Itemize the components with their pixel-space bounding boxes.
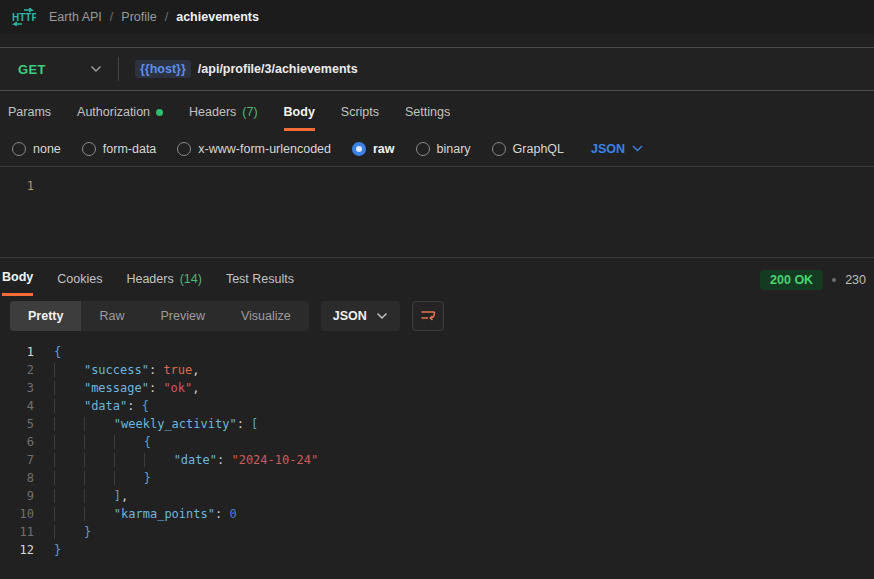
view-raw[interactable]: Raw [81, 301, 142, 331]
line-number: 12 [0, 541, 34, 559]
code-line[interactable]: 9 ], [0, 487, 874, 505]
view-visualize[interactable]: Visualize [223, 301, 309, 331]
indent-guide [54, 363, 84, 377]
radio-icon [416, 142, 430, 156]
code-line[interactable]: 5 "weekly_activity": [ [0, 415, 874, 433]
body-mode-urlencoded[interactable]: x-www-form-urlencoded [177, 142, 331, 156]
indent-guide [144, 453, 174, 467]
chevron-down-icon [376, 312, 388, 320]
tab-scripts[interactable]: Scripts [341, 105, 379, 128]
line-number: 9 [0, 487, 34, 505]
radio-icon [492, 142, 506, 156]
tab-label: Cookies [57, 272, 102, 286]
code-text: } [34, 469, 151, 487]
code-line[interactable]: 4 "data": { [0, 397, 874, 415]
body-mode-graphql[interactable]: GraphQL [492, 142, 564, 156]
code-line[interactable]: 3 "message": "ok", [0, 379, 874, 397]
indent-guide [54, 525, 84, 539]
tab-params[interactable]: Params [8, 105, 51, 128]
response-tab-body[interactable]: Body [2, 270, 33, 296]
tab-label: Headers [189, 105, 236, 119]
line-number: 6 [0, 433, 34, 451]
breadcrumb-collection[interactable]: Earth API [49, 10, 102, 24]
indent-guide [54, 399, 84, 413]
view-preview[interactable]: Preview [142, 301, 222, 331]
response-tab-test-results[interactable]: Test Results [226, 270, 294, 296]
indent-guide [84, 471, 114, 485]
indent-guide [54, 453, 84, 467]
language-label: JSON [333, 309, 367, 323]
code-line[interactable]: 8 } [0, 469, 874, 487]
url-path: /api/profile/3/achievements [198, 62, 358, 76]
view-switcher: Pretty Raw Preview Visualize [10, 301, 309, 331]
headers-count: (7) [242, 105, 257, 119]
url-input[interactable]: {{host}} /api/profile/3/achievements [119, 60, 874, 78]
status-badge[interactable]: 200 OK [760, 270, 823, 290]
radio-icon [177, 142, 191, 156]
radio-label: GraphQL [513, 142, 564, 156]
radio-label: binary [437, 142, 471, 156]
body-language-selector[interactable]: JSON [591, 142, 643, 156]
indent-guide [54, 435, 84, 449]
indent-guide [84, 453, 114, 467]
code-text: "date": "2024-10-24" [34, 451, 318, 469]
indent-guide [114, 471, 144, 485]
tab-settings[interactable]: Settings [405, 105, 450, 128]
response-tab-headers[interactable]: Headers (14) [126, 270, 201, 296]
view-pretty[interactable]: Pretty [10, 301, 81, 331]
response-time: 230 [845, 273, 866, 287]
body-mode-none[interactable]: none [12, 142, 61, 156]
body-mode-raw[interactable]: raw [352, 142, 395, 156]
tab-label: Settings [405, 105, 450, 119]
top-bar: HTTP Earth API / Profile / achievements [0, 0, 874, 34]
code-text: { [34, 343, 61, 361]
tab-body[interactable]: Body [284, 105, 315, 131]
response-tab-cookies[interactable]: Cookies [57, 270, 102, 296]
radio-label: raw [373, 142, 395, 156]
tab-authorization[interactable]: Authorization [77, 105, 163, 128]
code-text: "weekly_activity": [ [34, 415, 258, 433]
code-text: "data": { [34, 397, 149, 415]
code-line[interactable]: 6 { [0, 433, 874, 451]
chevron-down-icon [632, 145, 643, 152]
response-language-selector[interactable]: JSON [321, 301, 400, 331]
radio-icon [352, 142, 366, 156]
code-text: } [34, 541, 61, 559]
radio-icon [12, 142, 26, 156]
code-line[interactable]: 12} [0, 541, 874, 559]
radio-icon [82, 142, 96, 156]
host-variable-chip[interactable]: {{host}} [135, 60, 191, 78]
tab-headers[interactable]: Headers (7) [189, 105, 258, 128]
request-body-editor[interactable]: 1 [0, 167, 874, 257]
line-number: 2 [0, 361, 34, 379]
code-line[interactable]: 11 } [0, 523, 874, 541]
breadcrumb: Earth API / Profile / achievements [49, 10, 259, 24]
line-number: 4 [0, 397, 34, 415]
code-text: "success": true, [34, 361, 200, 379]
indent-guide [84, 489, 114, 503]
wrap-lines-button[interactable] [412, 301, 444, 331]
response-meta: 200 OK 230 [760, 270, 866, 299]
radio-label: x-www-form-urlencoded [198, 142, 331, 156]
response-code: 1{2 "success": true,3 "message": "ok",4 … [0, 337, 874, 559]
line-number: 11 [0, 523, 34, 541]
indent-guide [54, 507, 84, 521]
separator-dot [832, 278, 836, 282]
code-line[interactable]: 7 "date": "2024-10-24" [0, 451, 874, 469]
method-selector[interactable]: GET [0, 48, 118, 90]
chevron-down-icon [90, 65, 102, 73]
wrap-lines-icon [420, 309, 436, 323]
breadcrumb-separator: / [110, 10, 113, 24]
indent-guide [54, 417, 84, 431]
code-line[interactable]: 2 "success": true, [0, 361, 874, 379]
body-mode-binary[interactable]: binary [416, 142, 471, 156]
http-request-icon: HTTP [10, 8, 36, 26]
tab-label: Test Results [226, 272, 294, 286]
line-number: 5 [0, 415, 34, 433]
code-line[interactable]: 10 "karma_points": 0 [0, 505, 874, 523]
svg-text:HTTP: HTTP [12, 12, 36, 23]
code-line[interactable]: 1{ [0, 343, 874, 361]
breadcrumb-folder[interactable]: Profile [121, 10, 156, 24]
body-mode-form-data[interactable]: form-data [82, 142, 157, 156]
indent-guide [84, 435, 114, 449]
